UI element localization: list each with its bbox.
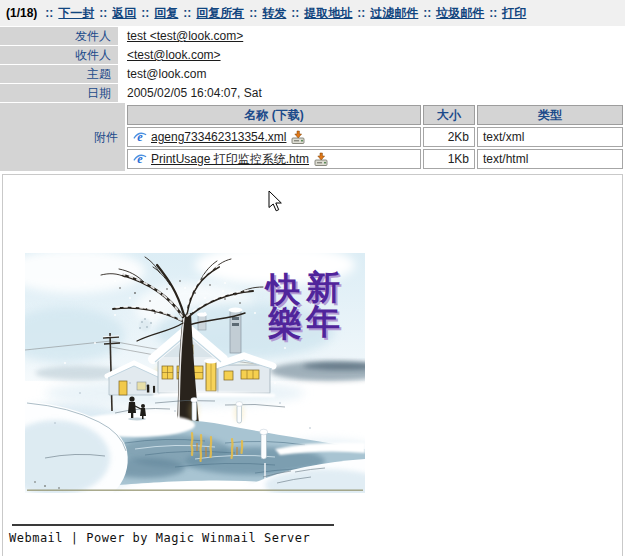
greeting-card-image: 快 新 樂 年 快 新 樂 年 <box>25 253 365 493</box>
date-value: 2005/02/05 16:04:07, Sat <box>119 84 625 102</box>
subject-value: test@look.com <box>119 65 625 83</box>
toolbar-link-print[interactable]: 打印 <box>502 5 526 22</box>
attachment-link[interactable]: PrintUsage 打印监控系统.htm <box>151 151 309 168</box>
toolbar-link-forward[interactable]: 转发 <box>262 5 286 22</box>
toolbar-link-reply-all[interactable]: 回复所有 <box>196 5 244 22</box>
subject-label: 主题 <box>0 65 118 83</box>
svg-text:樂: 樂 <box>268 304 302 342</box>
svg-text:e: e <box>137 152 143 166</box>
header-row-subject: 主题 test@look.com <box>0 65 625 83</box>
attachment-row: e ageng733462313354.xml <box>127 127 623 147</box>
svg-text:快: 快 <box>264 270 301 308</box>
attachments-label: 附件 <box>0 103 125 171</box>
separator: :: <box>99 6 107 20</box>
attachment-row: e PrintUsage 打印监控系统.htm <box>127 149 623 169</box>
header-row-to: 收件人 <test@look.com> <box>0 46 625 64</box>
toolbar-link-reply[interactable]: 回复 <box>154 5 178 22</box>
separator: :: <box>141 6 149 20</box>
from-label: 发件人 <box>0 27 118 45</box>
separator: :: <box>45 6 53 20</box>
toolbar-link-return[interactable]: 返回 <box>112 5 136 22</box>
separator: :: <box>249 6 257 20</box>
ie-document-icon: e <box>133 152 147 166</box>
toolbar-link-next[interactable]: 下一封 <box>58 5 94 22</box>
download-icon[interactable] <box>290 130 306 145</box>
footer-divider <box>12 524 334 526</box>
to-address-link[interactable]: <test@look.com> <box>127 48 221 62</box>
column-header-name: 名称 (下载) <box>127 105 421 125</box>
mouse-cursor <box>268 190 283 212</box>
svg-text:新: 新 <box>305 268 340 306</box>
toolbar-link-extract-address[interactable]: 提取地址 <box>304 5 352 22</box>
attachments-section: 附件 名称 (下载) 大小 类型 e <box>0 103 625 171</box>
footer: Webmail | Power by Magic Winmail Server <box>9 524 334 545</box>
download-icon[interactable] <box>313 152 329 167</box>
attachment-type: text/html <box>477 149 623 169</box>
attachment-link[interactable]: ageng733462313354.xml <box>151 130 286 144</box>
attachments-table: 名称 (下载) 大小 类型 e ageng733462313354.xml <box>125 103 625 171</box>
footer-text: Webmail | Power by Magic Winmail Server <box>9 531 334 545</box>
ie-document-icon: e <box>133 130 147 144</box>
date-label: 日期 <box>0 84 118 102</box>
column-header-type: 类型 <box>477 105 623 125</box>
page-indicator: (1/18) <box>6 6 37 20</box>
toolbar-link-spam[interactable]: 垃圾邮件 <box>436 5 484 22</box>
toolbar: (1/18) :: 下一封 :: 返回 :: 回复 :: 回复所有 :: 转发 … <box>0 0 625 26</box>
from-address-link[interactable]: test <test@look.com> <box>127 29 243 43</box>
separator: :: <box>291 6 299 20</box>
attachment-type: text/xml <box>477 127 623 147</box>
to-label: 收件人 <box>0 46 118 64</box>
svg-text:年: 年 <box>305 302 340 340</box>
attachment-size: 2Kb <box>423 127 475 147</box>
header-row-from: 发件人 test <test@look.com> <box>0 27 625 45</box>
svg-text:e: e <box>137 130 143 144</box>
attachments-header-row: 名称 (下载) 大小 类型 <box>127 105 623 125</box>
webmail-message-page: (1/18) :: 下一封 :: 返回 :: 回复 :: 回复所有 :: 转发 … <box>0 0 625 556</box>
message-body: 快 新 樂 年 快 新 樂 年 Webmail | Power by Magic… <box>2 174 623 556</box>
column-header-size: 大小 <box>423 105 475 125</box>
separator: :: <box>423 6 431 20</box>
separator: :: <box>183 6 191 20</box>
toolbar-link-filter-mail[interactable]: 过滤邮件 <box>370 5 418 22</box>
separator: :: <box>489 6 497 20</box>
attachment-size: 1Kb <box>423 149 475 169</box>
header-row-date: 日期 2005/02/05 16:04:07, Sat <box>0 84 625 102</box>
separator: :: <box>357 6 365 20</box>
